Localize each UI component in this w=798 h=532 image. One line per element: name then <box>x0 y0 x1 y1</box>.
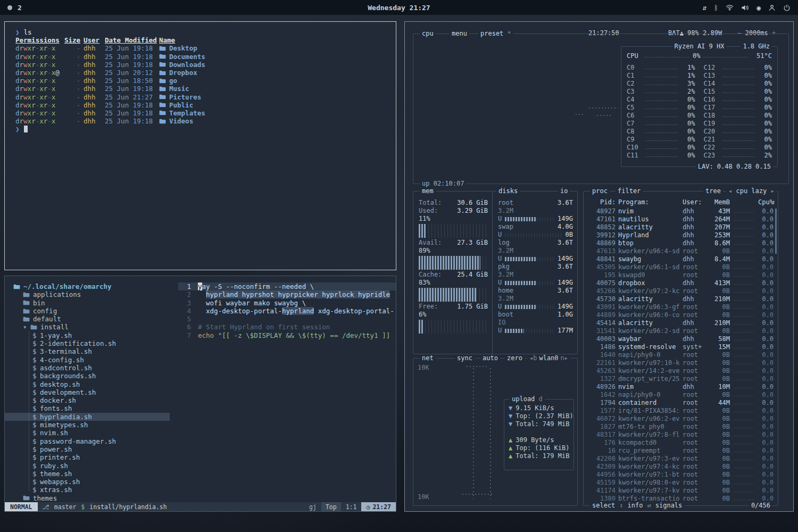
process-row[interactable]: 45305kworker/u96:1-sdroot0B0.0 <box>584 263 778 271</box>
process-row[interactable]: 45263kworker/14:2-everoot0B0.0 <box>584 367 778 375</box>
process-row[interactable]: 46072kworker/u96:2-evroot0B0.0 <box>584 415 778 423</box>
process-row[interactable]: 48869btopdhh8.6M0.0 <box>584 239 778 247</box>
code-line[interactable]: 5 <box>178 315 396 323</box>
process-row[interactable]: 42309kworker/u97:4-kcroot0B0.0 <box>584 463 778 471</box>
process-row[interactable]: 47161nautilusdhh264M0.0 <box>584 215 778 223</box>
tree-folder[interactable]: default <box>5 315 178 323</box>
menu-button[interactable]: menu <box>450 30 469 38</box>
process-row[interactable]: 176kcompactd0root0B0.0 <box>584 439 778 447</box>
bluetooth-icon[interactable]: ᛒ <box>714 4 718 11</box>
process-row[interactable]: 1486systemd-resolvesyst+15M0.0 <box>584 343 778 351</box>
file-permissions: drwxr-xr-x <box>15 85 61 93</box>
process-row[interactable]: 1577irq/81-PIXA3854:root0B0.0 <box>584 407 778 415</box>
process-row[interactable]: 48841swaybgdhh8.4M0.0 <box>584 255 778 263</box>
tree-file[interactable]: $3-terminal.sh <box>5 347 178 355</box>
file-row: drwxr-xr-x-dhh25 Jun 19:18Documents <box>15 53 396 61</box>
tree-file[interactable]: $password-manager.sh <box>5 437 178 445</box>
cpu-box-title[interactable]: cpu <box>420 30 436 38</box>
code-line[interactable]: 6# Start Hyprland on first session <box>178 323 396 331</box>
process-row[interactable]: 1642napi/phy0-0root0B0.0 <box>584 391 778 399</box>
info-hint[interactable]: info <box>628 502 643 510</box>
tree-file[interactable]: $xtras.sh <box>5 486 178 494</box>
tree-file[interactable]: $desktop.sh <box>5 380 178 388</box>
process-row[interactable]: 47613kworker/u96:4-sdroot0B0.0 <box>584 247 778 255</box>
code-buffer[interactable]: 1yay -S --noconfirm --needed \2 hyprland… <box>178 276 396 502</box>
terminal-window[interactable]: ❯ ls PermissionsSizeUserDate ModifiedNam… <box>4 21 396 270</box>
tree-folder[interactable]: config <box>5 307 178 315</box>
process-row[interactable]: 45730alacrittydhh210M0.0 <box>584 295 778 303</box>
process-row[interactable]: 45159kworker/u98:0-evroot0B0.0 <box>584 479 778 487</box>
code-line[interactable]: 3 wofi waybar mako swaybg \ <box>178 299 396 307</box>
tree-file[interactable]: $1-yay.sh <box>5 331 178 339</box>
process-row[interactable]: 41174kworker/u97:7-kvroot0B0.0 <box>584 487 778 495</box>
process-row[interactable]: 44956kworker/u97:1-btroot0B0.0 <box>584 471 778 479</box>
power-icon[interactable] <box>783 4 791 11</box>
tree-file[interactable]: $backgrounds.sh <box>5 372 178 380</box>
tree-file[interactable]: $mimetypes.sh <box>5 421 178 429</box>
tree-file[interactable]: $webapps.sh <box>5 478 178 486</box>
process-row[interactable]: 22161kworker/u97:10-kroot0B0.0 <box>584 359 778 367</box>
code-line[interactable]: 1yay -S --noconfirm --needed \ <box>178 282 396 290</box>
process-row[interactable]: 43091kworker/u96:3-gfroot0B0.0 <box>584 303 778 311</box>
process-row[interactable]: 1327dmcrypt_write/25root0B0.0 <box>584 375 778 383</box>
process-row[interactable]: 39912Hyprlanddhh253M0.0 <box>584 231 778 239</box>
filter-button[interactable]: filter <box>616 187 643 195</box>
process-row[interactable]: 1640napi/phy0-0root0B0.0 <box>584 351 778 359</box>
code-line[interactable]: 2 hyprland hyprshot hyprpicker hyprlock … <box>178 290 396 298</box>
process-row[interactable]: 16rcu_preemptroot0B0.0 <box>584 447 778 455</box>
process-row[interactable]: 42208kworker/u97:3-evroot0B0.0 <box>584 455 778 463</box>
workspace-indicator[interactable]: 2 <box>18 4 22 12</box>
user-icon[interactable] <box>768 4 776 11</box>
tree-root[interactable]: ~/.local/share/omarchy <box>5 282 178 290</box>
tree-toggle-button[interactable]: tree <box>703 187 723 195</box>
mem-box-title[interactable]: mem <box>420 187 436 195</box>
tree-file[interactable]: $asdcontrol.sh <box>5 364 178 372</box>
wifi-icon[interactable] <box>726 4 734 11</box>
tree-folder[interactable]: ▾install <box>5 323 178 331</box>
record-icon[interactable]: ◉ <box>757 4 761 11</box>
process-scrollbar[interactable] <box>775 209 777 254</box>
proc-box-title[interactable]: proc <box>590 187 610 195</box>
tree-file[interactable]: $4-config.sh <box>5 356 178 364</box>
editor-window[interactable]: ~/.local/share/omarchyapplicationsbincon… <box>4 276 396 512</box>
tree-file[interactable]: $fonts.sh <box>5 404 178 412</box>
code-line[interactable]: 7echo "[[ -z \$DISPLAY && \$(tty) == /de… <box>178 331 396 339</box>
process-row[interactable]: 44889kworker/u96:0-coroot0B0.0 <box>584 311 778 319</box>
tree-folder[interactable]: themes <box>5 494 178 502</box>
tree-file[interactable]: $2-identification.sh <box>5 339 178 347</box>
select-hint[interactable]: select <box>592 502 615 510</box>
disk-used-row: U0B <box>498 231 573 239</box>
sort-selector[interactable]: ◂ cpu lazy ▸ <box>726 187 777 195</box>
code-line[interactable]: 4 xdg-desktop-portal-hyprland xdg-deskto… <box>178 307 396 315</box>
tree-file[interactable]: $docker.sh <box>5 396 178 404</box>
preset-button[interactable]: preset * <box>478 30 513 38</box>
process-row[interactable]: 48926nvimdhh10M0.0 <box>584 383 778 391</box>
process-row[interactable]: 48317kworker/u97:8-flroot0B0.0 <box>584 431 778 439</box>
tree-folder[interactable]: bin <box>5 299 178 307</box>
process-row[interactable]: 48927nvimdhh43M0.0 <box>584 207 778 215</box>
scroll-up-icon[interactable]: ↑ <box>772 198 776 206</box>
tree-file[interactable]: $theme.sh <box>5 470 178 478</box>
process-row[interactable]: 45414alacrittydhh210M0.0 <box>584 319 778 327</box>
tree-file[interactable]: $hyprlandia.sh <box>5 413 170 421</box>
signals-hint[interactable]: signals <box>655 502 683 510</box>
process-row[interactable]: 40075dropboxdhh413M0.0 <box>584 279 778 287</box>
tree-folder[interactable]: applications <box>5 290 178 298</box>
process-row[interactable]: 45266kworker/u97:2-kcroot0B0.0 <box>584 287 778 295</box>
process-name: irq/81-PIXA3854: <box>618 407 680 415</box>
tree-file[interactable]: $ruby.sh <box>5 462 178 470</box>
updown-arrows-icon[interactable]: ⇵ <box>703 4 707 11</box>
tree-file[interactable]: $nvim.sh <box>5 429 178 437</box>
process-row[interactable]: 40003waybardhh58M0.0 <box>584 335 778 343</box>
tree-file[interactable]: $power.sh <box>5 445 178 453</box>
process-row[interactable]: 48852alacrittydhh207M0.0 <box>584 223 778 231</box>
process-row[interactable]: 195kswapd0root0B0.0 <box>584 271 778 279</box>
process-header-row[interactable]: Pid: Program: User: MemB Cpu% <box>584 198 778 206</box>
process-row[interactable]: 31541kworker/u96:2-sdroot0B0.0 <box>584 327 778 335</box>
process-row[interactable]: 1827mt76-tx phy0root0B0.0 <box>584 423 778 431</box>
btop-window[interactable]: 21:27:50 BAT▲ 98% 2.89W − 2000ms + cpu m… <box>404 21 794 512</box>
volume-icon[interactable] <box>741 4 749 11</box>
tree-file[interactable]: $development.sh <box>5 388 178 396</box>
tree-file[interactable]: $printer.sh <box>5 453 178 461</box>
process-row[interactable]: 1794containerdroot44M0.0 <box>584 399 778 407</box>
